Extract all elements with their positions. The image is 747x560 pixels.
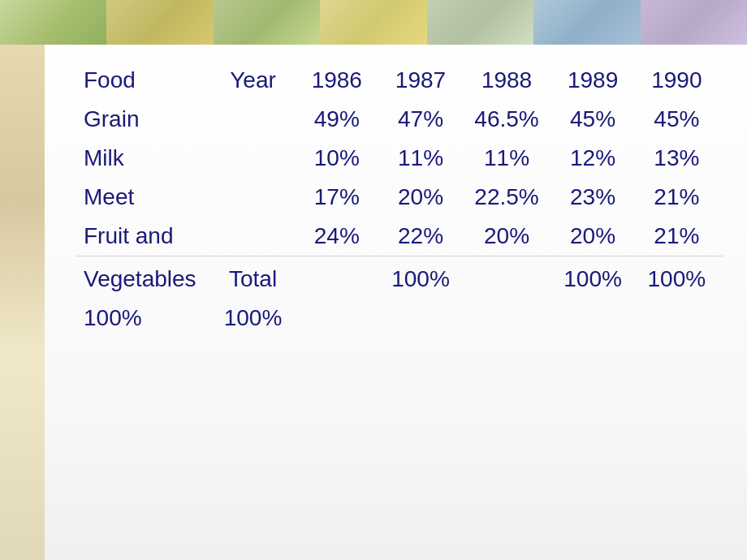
vegetables-total-label: Total	[215, 256, 299, 299]
col-header-food: Food	[77, 61, 215, 100]
food-name-fruit: Fruit and	[77, 217, 215, 256]
milk-1987: 11%	[382, 139, 466, 178]
grain-1988: 46.5%	[467, 100, 555, 139]
meet-1988: 22.5%	[467, 178, 555, 217]
table-row: Grain 49% 47% 46.5% 45% 45%	[77, 100, 723, 139]
col-header-1988: 1988	[467, 61, 555, 100]
total-100-2: 100%	[215, 299, 299, 338]
vegetables-1988	[467, 256, 555, 299]
total-100-1: 100%	[77, 299, 215, 338]
banner-segment-4	[320, 0, 426, 45]
table-row: 100% 100%	[77, 299, 723, 338]
food-data-table: Food Year 1986 1987 1988 1989 1990 Grain…	[77, 61, 723, 338]
col-header-1987: 1987	[382, 61, 466, 100]
col-header-1986: 1986	[299, 61, 382, 100]
meet-1987: 20%	[382, 178, 466, 217]
total-blank-5	[639, 299, 723, 338]
milk-1986: 10%	[299, 139, 382, 178]
table-row: Meet 17% 20% 22.5% 23% 21%	[77, 178, 723, 217]
milk-1989: 12%	[555, 139, 638, 178]
meet-1990: 21%	[639, 178, 723, 217]
grain-1990: 45%	[639, 100, 723, 139]
food-name-grain: Grain	[77, 100, 215, 139]
banner-segment-5	[427, 0, 533, 45]
total-blank-4	[555, 299, 638, 338]
banner-segment-6	[533, 0, 640, 45]
table-row: Fruit and 24% 22% 20% 20% 21%	[77, 217, 723, 256]
vegetables-1987: 100%	[382, 256, 466, 299]
col-header-1990: 1990	[639, 61, 723, 100]
grain-1987: 47%	[382, 100, 466, 139]
left-strip	[0, 45, 45, 560]
table-row: Vegetables Total 100% 100% 100%	[77, 256, 723, 299]
meet-1986: 17%	[299, 178, 382, 217]
milk-1990: 13%	[639, 139, 723, 178]
fruit-1989: 20%	[555, 217, 638, 256]
fruit-year	[215, 217, 299, 256]
grain-1989: 45%	[555, 100, 638, 139]
total-blank-2	[382, 299, 466, 338]
fruit-1988: 20%	[467, 217, 555, 256]
table-header-row: Food Year 1986 1987 1988 1989 1990	[77, 61, 723, 100]
grain-1986: 49%	[299, 100, 382, 139]
vegetables-1986	[299, 256, 382, 299]
vegetables-1990: 100%	[639, 256, 723, 299]
main-content: Food Year 1986 1987 1988 1989 1990 Grain…	[45, 45, 747, 560]
col-header-1989: 1989	[555, 61, 638, 100]
total-blank-3	[467, 299, 555, 338]
total-blank-1	[299, 299, 382, 338]
banner-segment-3	[214, 0, 320, 45]
banner-segment-1	[0, 0, 106, 45]
fruit-1987: 22%	[382, 217, 466, 256]
banner-segment-2	[106, 0, 213, 45]
col-header-year: Year	[215, 61, 299, 100]
food-name-meet: Meet	[77, 178, 215, 217]
fruit-1990: 21%	[639, 217, 723, 256]
milk-1988: 11%	[467, 139, 555, 178]
banner-segment-7	[641, 0, 747, 45]
food-name-vegetables: Vegetables	[77, 256, 215, 299]
fruit-1986: 24%	[299, 217, 382, 256]
food-name-milk: Milk	[77, 139, 215, 178]
top-banner	[0, 0, 747, 45]
table-row: Milk 10% 11% 11% 12% 13%	[77, 139, 723, 178]
vegetables-1989: 100%	[555, 256, 638, 299]
meet-1989: 23%	[555, 178, 638, 217]
meet-year	[215, 178, 299, 217]
grain-year	[215, 100, 299, 139]
milk-year	[215, 139, 299, 178]
